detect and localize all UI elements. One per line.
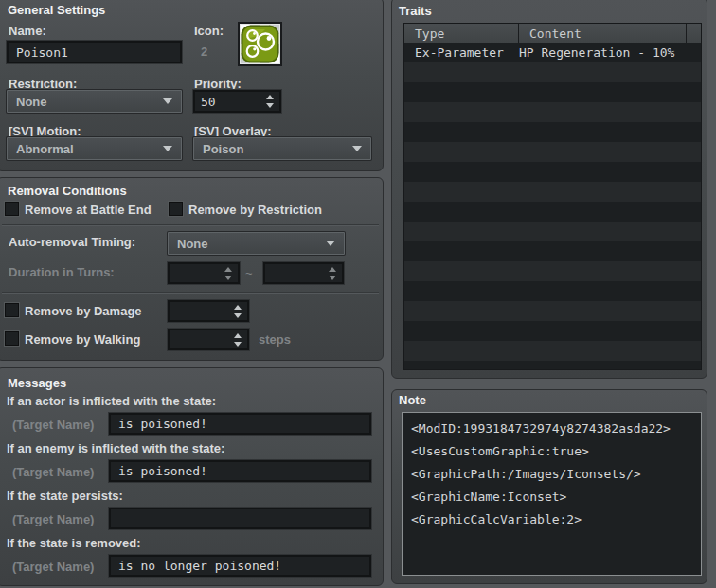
restriction-value: None: [16, 95, 47, 109]
remove-by-walking-label: Remove by Walking: [25, 332, 140, 347]
general-settings-title: General Settings: [8, 3, 105, 17]
sv-motion-value: Abnormal: [16, 142, 74, 156]
target-name-prefix: (Target Name): [12, 465, 94, 479]
spinner-arrows-icon[interactable]: [329, 267, 336, 280]
remove-by-walking-stepper[interactable]: [168, 329, 249, 350]
remove-by-walking-checkbox[interactable]: [5, 331, 19, 346]
actor-message-label: If an actor is inflicted with the state:: [7, 394, 216, 408]
state-editor-panel: General Settings Name: Poison1 Icon: 2 R…: [0, 0, 716, 588]
duration-tilde: ~: [245, 266, 253, 280]
removal-conditions-title: Removal Conditions: [8, 184, 127, 198]
remove-by-damage-stepper[interactable]: [168, 300, 249, 322]
auto-removal-timing-select[interactable]: None: [168, 232, 345, 255]
note-title: Note: [399, 393, 426, 407]
icon-label: Icon:: [194, 24, 224, 38]
persist-message-label: If the state persists:: [7, 489, 123, 503]
traits-table-header: Type Content: [404, 24, 701, 43]
priority-label: Priority:: [194, 77, 242, 91]
remove-by-damage-label: Remove by Damage: [25, 304, 142, 318]
target-name-prefix: (Target Name): [12, 512, 94, 526]
column-header-type[interactable]: Type: [404, 24, 519, 43]
icon-index: 2: [201, 45, 207, 59]
target-name-prefix: (Target Name): [12, 560, 94, 574]
restriction-label: Restriction:: [9, 77, 77, 91]
target-name-prefix: (Target Name): [12, 418, 94, 432]
name-label: Name:: [9, 24, 46, 38]
sv-motion-select[interactable]: Abnormal: [7, 137, 182, 160]
column-header-content[interactable]: Content: [519, 24, 687, 43]
spinner-arrows-icon[interactable]: [224, 267, 232, 280]
column-header-stub: [687, 24, 701, 43]
chevron-down-icon: [163, 98, 172, 104]
messages-title: Messages: [8, 376, 66, 390]
removed-message-label: If the state is removed:: [7, 536, 141, 550]
remove-by-restriction-checkbox[interactable]: [169, 202, 183, 216]
duration-min-stepper[interactable]: [168, 262, 240, 284]
duration-in-turns-label: Duration in Turns:: [9, 265, 115, 279]
name-input[interactable]: Poison1: [7, 41, 182, 63]
priority-stepper[interactable]: 50: [193, 90, 281, 113]
spinner-arrows-icon[interactable]: [234, 305, 242, 318]
remove-by-damage-checkbox[interactable]: [5, 303, 19, 317]
persist-message-input[interactable]: [109, 508, 371, 529]
steps-label: steps: [259, 332, 291, 347]
sv-motion-label: [SV] Motion:: [9, 124, 81, 138]
divider: [2, 292, 379, 294]
chevron-down-icon: [352, 146, 362, 151]
chevron-down-icon: [326, 241, 335, 246]
trait-type-cell: Ex-Parameter: [404, 45, 519, 60]
traits-table-body[interactable]: Ex-Parameter HP Regeneration - 10%: [404, 43, 701, 369]
enemy-message-label: If an enemy is inflicted with the state:: [7, 441, 224, 455]
note-textarea[interactable]: <ModID:1993184732974y8274382asda22> <Use…: [402, 412, 702, 576]
actor-message-input[interactable]: is poisoned!: [109, 413, 371, 435]
remove-at-battle-end-checkbox[interactable]: [5, 202, 19, 216]
spinner-arrows-icon[interactable]: [266, 95, 274, 108]
chevron-down-icon: [163, 146, 172, 151]
priority-value: 50: [201, 95, 216, 109]
remove-by-restriction-label: Remove by Restriction: [188, 203, 322, 217]
trait-content-cell: HP Regeneration - 10%: [519, 45, 674, 60]
removed-message-input[interactable]: is no longer poisoned!: [109, 555, 371, 577]
enemy-message-input[interactable]: is poisoned!: [109, 460, 371, 482]
divider: [2, 224, 379, 226]
traits-table: Type Content Ex-Parameter HP Regeneratio…: [403, 23, 702, 370]
remove-at-battle-end-label: Remove at Battle End: [25, 203, 152, 217]
icon-button[interactable]: [238, 22, 282, 66]
auto-removal-timing-label: Auto-removal Timing:: [9, 235, 135, 249]
sv-overlay-select[interactable]: Poison: [193, 137, 371, 160]
traits-title: Traits: [399, 4, 432, 18]
restriction-select[interactable]: None: [7, 90, 182, 113]
duration-max-stepper[interactable]: [263, 262, 344, 284]
sv-overlay-value: Poison: [203, 142, 243, 156]
poison-bubbles-icon: [241, 25, 279, 63]
trait-row[interactable]: Ex-Parameter HP Regeneration - 10%: [404, 43, 701, 62]
auto-removal-timing-value: None: [177, 237, 208, 251]
spinner-arrows-icon[interactable]: [234, 333, 242, 347]
sv-overlay-label: [SV] Overlay:: [194, 124, 272, 138]
